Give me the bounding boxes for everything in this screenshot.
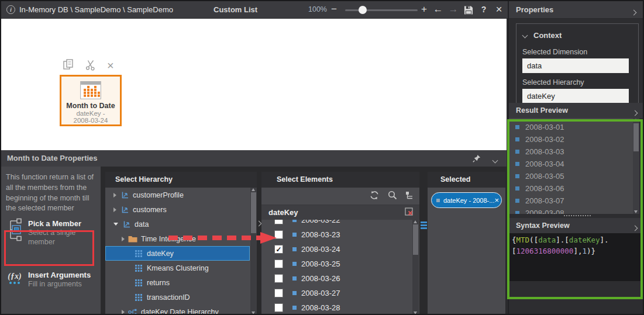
- select-elements-panel: Select Elements dateKey 2008-03-222008-0…: [261, 172, 419, 315]
- pick-a-member-option[interactable]: Pick a Member Select a single member: [5, 217, 87, 247]
- member-bullet-icon: [292, 276, 297, 281]
- tree-item-customerprofile[interactable]: customerProfile: [105, 188, 257, 202]
- collapse-properties-button[interactable]: [632, 8, 636, 16]
- info-icon[interactable]: i: [6, 5, 15, 14]
- checkbox-unchecked[interactable]: [274, 289, 283, 297]
- result-row-2008-03-05: 2008-03-05: [509, 170, 633, 182]
- remove-member-icon[interactable]: ×: [494, 196, 499, 205]
- clear-selection-button[interactable]: [405, 207, 414, 218]
- select-elements-header: Select Elements: [261, 172, 419, 188]
- search-button[interactable]: [388, 191, 397, 202]
- element-row-2008-03-28[interactable]: 2008-03-28: [261, 300, 412, 315]
- expand-result-preview-button[interactable]: [633, 108, 637, 117]
- copy-button[interactable]: [63, 58, 74, 72]
- design-canvas[interactable]: × Month to Date dateKey - 2008-03-24: [1, 19, 507, 150]
- member-bullet-icon: [515, 137, 519, 141]
- scroll-up-icon[interactable]: [252, 188, 255, 191]
- delete-button[interactable]: ×: [107, 60, 114, 71]
- element-row-2008-03-23[interactable]: 2008-03-23: [261, 227, 412, 242]
- code-token-plain: {: [512, 236, 516, 244]
- element-label: 2008-03-23: [301, 230, 340, 239]
- refresh-icon: [370, 191, 379, 200]
- context-collapse-icon[interactable]: [522, 33, 528, 39]
- search-icon: [388, 191, 397, 200]
- selected-dimension-field[interactable]: data: [522, 58, 629, 73]
- elements-scrollbar[interactable]: [412, 220, 419, 315]
- tree-item-customers[interactable]: customers: [105, 202, 257, 217]
- checkbox-unchecked[interactable]: [274, 230, 283, 239]
- tree-item-datekey[interactable]: dateKey: [105, 246, 250, 261]
- syntax-preview-title: Syntax Preview: [516, 218, 570, 233]
- zoom-slider[interactable]: [345, 9, 418, 11]
- cut-button[interactable]: [85, 59, 97, 72]
- element-row-2008-03-26[interactable]: 2008-03-26: [261, 271, 412, 286]
- refresh-button[interactable]: [370, 191, 379, 202]
- help-button[interactable]: ?: [478, 1, 489, 18]
- chevron-right-icon: [632, 110, 638, 116]
- syntax-preview-header: Syntax Preview: [509, 218, 644, 233]
- scroll-up-icon[interactable]: [414, 220, 417, 223]
- element-label: 2008-03-24: [301, 245, 340, 254]
- zoom-in-button[interactable]: +: [419, 1, 429, 18]
- splitter-grip[interactable]: [564, 215, 591, 216]
- scroll-up-icon[interactable]: [634, 119, 638, 122]
- selected-member-chip[interactable]: dateKey - 2008-... ×: [431, 192, 502, 208]
- insert-arguments-subtitle: Fill in arguments: [28, 279, 91, 289]
- insert-arguments-option[interactable]: (ƒx) Insert Arguments Fill in arguments: [5, 271, 91, 289]
- month-to-date-tile[interactable]: Month to Date dateKey - 2008-03-24: [60, 75, 122, 126]
- element-row-2008-03-27[interactable]: 2008-03-27: [261, 286, 412, 300]
- expand-arrow-icon[interactable]: [122, 237, 125, 241]
- result-label: 2008-03-04: [525, 160, 564, 168]
- checkbox-unchecked[interactable]: [274, 274, 283, 283]
- tree-item-time-intelligence[interactable]: Time Intelligence: [105, 231, 257, 246]
- elements-toolbar: [261, 188, 419, 205]
- select-hierarchy-header: Select Hierarchy: [105, 172, 257, 188]
- checkbox-unchecked[interactable]: [274, 220, 283, 224]
- undo-button[interactable]: ←: [432, 1, 445, 18]
- tree-item-returns[interactable]: returns: [105, 275, 257, 290]
- properties-title: Properties: [516, 1, 553, 18]
- panel-expander[interactable]: [257, 219, 261, 227]
- checkbox-unchecked[interactable]: [274, 303, 283, 312]
- tree-item-data[interactable]: data: [105, 217, 257, 231]
- expand-syntax-preview-button[interactable]: [633, 223, 637, 232]
- tree-item-kmeans-clustering[interactable]: Kmeans Clustering: [105, 261, 257, 275]
- code-token-plain: [: [512, 247, 516, 255]
- expand-arrow-icon[interactable]: [113, 193, 116, 198]
- close-button[interactable]: ×: [493, 1, 505, 18]
- expand-arrow-icon[interactable]: [122, 310, 125, 314]
- expand-arrow-icon[interactable]: [113, 207, 116, 212]
- hierarchy-scrollbar[interactable]: [250, 188, 257, 315]
- zoom-slider-thumb[interactable]: [359, 6, 367, 14]
- zoom-out-button[interactable]: −: [329, 1, 339, 18]
- scroll-down-icon[interactable]: [252, 311, 255, 314]
- checkbox-checked[interactable]: ✓: [274, 245, 283, 254]
- selected-header: Selected: [428, 172, 505, 188]
- save-button[interactable]: [463, 1, 474, 18]
- properties-panel: Properties Context Selected Dimension da…: [508, 1, 644, 315]
- element-row-2008-03-22[interactable]: 2008-03-22: [261, 220, 412, 227]
- tree-view-button[interactable]: [406, 191, 414, 201]
- tree-list-icon: [406, 191, 414, 199]
- tree-item-transactionid[interactable]: transactionID: [105, 290, 257, 304]
- tree-item-label: returns: [147, 279, 170, 287]
- element-row-2008-03-25[interactable]: 2008-03-25: [261, 257, 412, 271]
- member-bullet-icon: [515, 125, 519, 129]
- scroll-down-icon[interactable]: [634, 210, 638, 213]
- result-preview-scrollbar[interactable]: [633, 118, 639, 214]
- expand-arrow-icon[interactable]: [113, 223, 118, 226]
- dimension-icon: [119, 206, 129, 214]
- element-row-2008-03-24[interactable]: ✓2008-03-24: [261, 242, 412, 257]
- function-description-panel: This function return a list of all the m…: [1, 167, 101, 315]
- result-label: 2008-03-07: [525, 196, 564, 205]
- delete-x-icon: ×: [107, 59, 114, 72]
- collapse-panel-button[interactable]: [493, 155, 497, 164]
- pin-button[interactable]: [473, 154, 481, 164]
- tree-item-datekey-date-hierarchy[interactable]: dateKey Date Hierarchy: [105, 304, 257, 315]
- pick-member-subtitle: Select a single member: [28, 228, 87, 247]
- tile-date: 2008-03-24: [74, 117, 108, 124]
- checkbox-unchecked[interactable]: [274, 259, 283, 268]
- redo-button[interactable]: →: [447, 1, 460, 18]
- selected-hierarchy-field[interactable]: dateKey: [522, 89, 629, 103]
- scroll-down-icon[interactable]: [414, 311, 417, 314]
